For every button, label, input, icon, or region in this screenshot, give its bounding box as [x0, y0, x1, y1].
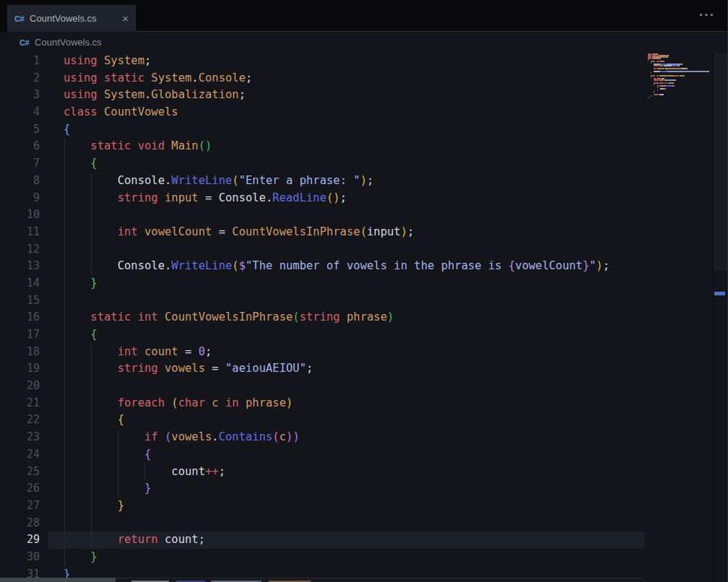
line-number[interactable]: 29 [0, 531, 40, 549]
line-number[interactable]: 11 [0, 224, 40, 241]
code-line[interactable]: 8 Console.WriteLine("Enter a phrase: "); [0, 173, 728, 190]
code-text: static int CountVowelsInPhrase(string ph… [64, 309, 394, 326]
code-line[interactable]: 18 int count = 0; [0, 344, 728, 361]
tab-bar: C# CountVowels.cs × ··· [0, 0, 728, 32]
code-line[interactable]: 3using System.Globalization; [0, 87, 728, 104]
line-number[interactable]: 2 [0, 70, 40, 87]
code-text: { [64, 446, 151, 464]
line-number[interactable]: 5 [0, 121, 40, 139]
code-line[interactable]: 1using System; [0, 53, 728, 70]
code-line[interactable]: 23 if (vowels.Contains(c)) [0, 429, 728, 446]
code-line[interactable]: 29 return count; [0, 531, 728, 549]
code-line[interactable]: 16 static int CountVowelsInPhrase(string… [0, 309, 728, 326]
indent-guide [91, 207, 92, 224]
code-text: { [64, 326, 98, 344]
code-text: { [64, 155, 98, 173]
code-line[interactable]: 24 { [0, 446, 728, 464]
indent-guide [91, 378, 92, 395]
line-number[interactable]: 19 [0, 360, 40, 378]
code-text: foreach (char c in phrase) [64, 395, 292, 412]
line-number[interactable]: 25 [0, 464, 40, 481]
line-number[interactable]: 26 [0, 480, 40, 498]
code-line[interactable]: 20 [0, 378, 728, 395]
indent-guide [91, 241, 92, 259]
bottom-popup-partial [116, 578, 643, 582]
code-line[interactable]: 22 { [0, 412, 728, 429]
code-text: { [64, 121, 70, 139]
tab-close-icon[interactable]: × [122, 13, 129, 24]
line-number[interactable]: 22 [0, 412, 40, 429]
code-text: { [64, 412, 124, 429]
code-line[interactable]: 6 static void Main() [0, 138, 728, 155]
code-line[interactable]: 5{ [0, 121, 728, 139]
line-number[interactable]: 7 [0, 155, 40, 173]
code-line[interactable]: 2using static System.Console; [0, 70, 728, 87]
code-text: string vowels = "aeiouAEIOU"; [64, 360, 313, 378]
code-line[interactable]: 12 [0, 241, 728, 259]
line-number[interactable]: 16 [0, 309, 40, 326]
indent-guide [91, 515, 92, 532]
line-number[interactable]: 13 [0, 258, 40, 275]
code-line[interactable]: 19 string vowels = "aeiouAEIOU"; [0, 360, 728, 378]
indent-guide [64, 515, 65, 532]
code-line[interactable]: 30 } [0, 549, 728, 566]
code-line[interactable]: 9 string input = Console.ReadLine(); [0, 190, 728, 207]
code-text: int vowelCount = CountVowelsInPhrase(inp… [64, 224, 414, 241]
breadcrumb[interactable]: C# CountVowels.cs [0, 32, 728, 53]
line-number[interactable]: 6 [0, 138, 40, 155]
line-number[interactable]: 9 [0, 190, 40, 207]
code-text: Console.WriteLine("Enter a phrase: "); [64, 173, 373, 190]
line-number[interactable]: 28 [0, 515, 40, 532]
vertical-scrollbar-slider[interactable] [714, 53, 727, 270]
minimap-content [648, 53, 714, 98]
indent-guide [64, 292, 65, 310]
code-lines[interactable]: 1using System;2using static System.Conso… [0, 53, 728, 582]
code-line[interactable]: 13 Console.WriteLine($"The number of vow… [0, 258, 728, 275]
code-text: class CountVowels [64, 104, 178, 121]
code-text: using static System.Console; [64, 70, 252, 87]
line-number[interactable]: 23 [0, 429, 40, 446]
line-number[interactable]: 15 [0, 292, 40, 310]
csharp-file-icon: C# [14, 14, 24, 23]
code-line[interactable]: 17 { [0, 326, 728, 344]
horizontal-scrollbar-thumb[interactable] [0, 578, 116, 582]
indent-guide [64, 378, 65, 395]
code-text: } [64, 480, 151, 498]
code-line[interactable]: 27 } [0, 498, 728, 515]
line-number[interactable]: 21 [0, 395, 40, 412]
line-number[interactable]: 18 [0, 344, 40, 361]
line-number[interactable]: 8 [0, 173, 40, 190]
vscode-editor-window: C# CountVowels.cs × ··· C# CountVowels.c… [0, 0, 728, 582]
code-line[interactable]: 4class CountVowels [0, 104, 728, 121]
code-text: using System.Globalization; [64, 87, 246, 104]
code-line[interactable]: 14 } [0, 275, 728, 292]
line-number[interactable]: 24 [0, 446, 40, 464]
code-text: string input = Console.ReadLine(); [64, 190, 347, 207]
code-line[interactable]: 21 foreach (char c in phrase) [0, 395, 728, 412]
minimap[interactable] [648, 53, 714, 98]
code-text: } [64, 275, 98, 292]
code-line[interactable]: 7 { [0, 155, 728, 173]
code-line[interactable]: 26 } [0, 480, 728, 498]
tab-countvowels[interactable]: C# CountVowels.cs × [7, 5, 136, 32]
more-actions-icon[interactable]: ··· [699, 9, 715, 21]
line-number[interactable]: 12 [0, 241, 40, 259]
line-number[interactable]: 1 [0, 53, 40, 70]
line-number[interactable]: 30 [0, 549, 40, 566]
breadcrumb-file-label: CountVowels.cs [35, 37, 102, 48]
line-number[interactable]: 27 [0, 498, 40, 515]
line-number[interactable]: 14 [0, 275, 40, 292]
vertical-scrollbar[interactable] [713, 53, 728, 582]
code-line[interactable]: 15 [0, 292, 728, 310]
code-line[interactable]: 28 [0, 515, 728, 532]
line-number[interactable]: 3 [0, 87, 40, 104]
line-number[interactable]: 17 [0, 326, 40, 344]
code-line[interactable]: 10 [0, 207, 728, 224]
code-line[interactable]: 25 count++; [0, 464, 728, 481]
code-line[interactable]: 11 int vowelCount = CountVowelsInPhrase(… [0, 224, 728, 241]
line-number[interactable]: 10 [0, 207, 40, 224]
line-number[interactable]: 4 [0, 104, 40, 121]
code-text: return count; [64, 531, 205, 549]
line-number[interactable]: 20 [0, 378, 40, 395]
code-text: } [64, 498, 124, 515]
